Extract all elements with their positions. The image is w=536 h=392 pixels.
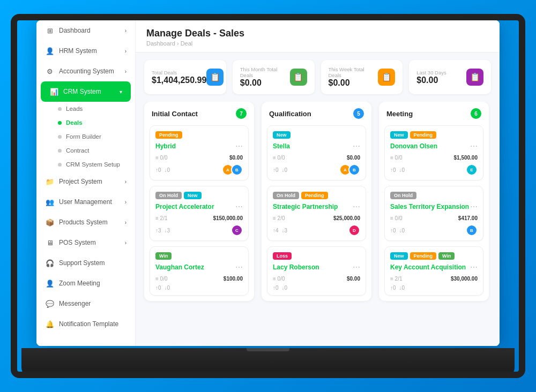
card-menu-button[interactable]: ⋯: [353, 202, 360, 211]
chevron-icon: ›: [125, 69, 126, 74]
card-tags: Loss: [273, 252, 360, 260]
sidebar-item-label: Dashboard: [59, 27, 91, 34]
member-up: ↑0: [273, 285, 279, 291]
sidebar-sub-item-crm-setup[interactable]: CRM System Setup: [36, 157, 135, 171]
sidebar-item-support[interactable]: 🎧 Support System: [36, 253, 135, 273]
card-title[interactable]: Sales Territory Expansion: [390, 203, 469, 210]
sidebar-item-products[interactable]: 📦 Products System ›: [36, 212, 135, 232]
products-icon: 📦: [45, 217, 55, 227]
card-title[interactable]: Donovan Olsen: [390, 142, 437, 150]
sidebar-item-crm[interactable]: 📊 CRM System ▾: [41, 81, 131, 102]
col-header-qualification: Qualification 5: [262, 102, 371, 123]
card-title-row: Project Accelerator ⋯: [155, 202, 243, 211]
card-tags: New Pending: [390, 131, 478, 139]
task-count: ≡ 0/0: [390, 215, 403, 221]
tag-pending: Pending: [301, 192, 328, 199]
sidebar-item-label: Products System: [59, 218, 108, 226]
col-count: 5: [353, 108, 364, 119]
task-count: ≡ 0/0: [155, 276, 168, 282]
chevron-icon: ›: [125, 28, 126, 34]
stat-label: Total Deals: [152, 70, 206, 76]
kanban-col-meeting: Meeting 6 New Pending Donovan Olsen ⋯: [379, 102, 489, 301]
tag-loss: Loss: [273, 252, 292, 260]
deal-card-vaughan: Win Vaughan Cortez ⋯ ≡ 0/0 $100.00: [150, 246, 249, 296]
sidebar-item-dashboard[interactable]: ⊞ Dashboard ›: [36, 20, 135, 41]
sidebar-sub-item-contract[interactable]: Contract: [36, 144, 135, 157]
dot-icon: [58, 149, 62, 153]
card-menu-button[interactable]: ⋯: [470, 142, 478, 150]
kanban-col-initial-contact: Initial Contact 7 Pending Hybrid ⋯: [144, 102, 254, 301]
breadcrumb-sep: ›: [177, 40, 179, 47]
stat-card-week: This Week Total Deals $0.00 📋: [321, 60, 403, 94]
task-count: ≡ 2/0: [273, 215, 285, 221]
card-title[interactable]: Project Accelerator: [155, 203, 214, 210]
main-header: Manage Deals - Sales Dashboard › Deal: [136, 20, 500, 52]
task-count: ≡ 0/0: [155, 155, 168, 161]
tag-win: Win: [438, 252, 455, 260]
amount: $1,500.00: [454, 155, 478, 161]
card-title[interactable]: Strategic Partnership: [273, 203, 338, 210]
card-title[interactable]: Lacy Roberson: [273, 263, 319, 271]
card-users: ↑0 ↓0: [390, 167, 405, 173]
card-bottom: ↑0 ↓0: [390, 285, 478, 291]
sidebar-item-messenger[interactable]: 💬 Messenger: [36, 293, 135, 314]
card-title[interactable]: Hybrid: [155, 142, 176, 150]
card-menu-button[interactable]: ⋯: [235, 142, 243, 150]
member-down: ↓3: [165, 228, 170, 233]
card-tags: On Hold New: [155, 192, 243, 199]
card-users: ↑4 ↓3: [273, 228, 287, 233]
card-menu-button[interactable]: ⋯: [353, 142, 360, 150]
breadcrumb-home[interactable]: Dashboard: [146, 40, 175, 47]
sidebar-item-zoom[interactable]: 👤 Zoom Meeting: [36, 273, 135, 293]
sidebar-item-project[interactable]: 📁 Project System ›: [36, 171, 135, 192]
sidebar-sub-item-leads[interactable]: Leads: [36, 102, 135, 116]
card-menu-button[interactable]: ⋯: [470, 263, 478, 272]
member-down: ↓3: [282, 228, 288, 233]
sidebar-item-usermgmt[interactable]: 👥 User Management ›: [36, 192, 135, 212]
avatar-group: C: [231, 224, 243, 236]
card-bottom: ↑0 ↓0 A B: [155, 164, 243, 176]
deal-card-sales-territory: On Hold Sales Territory Expansion ⋯ ≡ 0/…: [384, 186, 483, 241]
dot-icon: [58, 135, 62, 139]
card-users: ↑0 ↓0: [273, 285, 287, 291]
card-meta: ≡ 0/0 $1,500.00: [390, 155, 478, 161]
dashboard-icon: ⊞: [45, 26, 55, 35]
sidebar-item-accounting[interactable]: ⚙ Accounting System ›: [36, 61, 135, 81]
dot-icon: [58, 107, 62, 111]
project-icon: 📁: [45, 177, 55, 186]
member-down: ↓0: [399, 228, 405, 233]
sidebar-sub-label: Contract: [66, 147, 89, 154]
amount: $417.00: [458, 215, 478, 221]
card-menu-button[interactable]: ⋯: [470, 202, 478, 211]
stat-label: Last 30 Days: [416, 70, 446, 76]
card-menu-button[interactable]: ⋯: [235, 202, 243, 211]
card-title[interactable]: Key Account Acquisition: [390, 263, 466, 271]
card-title[interactable]: Vaughan Cortez: [155, 263, 204, 271]
laptop-wrapper: ⊞ Dashboard › 👤 HRM System › ⚙ Accountin…: [11, 14, 525, 378]
card-bottom: ↑0 ↓0 A B: [273, 164, 360, 176]
sidebar-item-hrm[interactable]: 👤 HRM System ›: [36, 41, 135, 61]
card-users: ↑0 ↓0: [155, 167, 170, 173]
card-users: ↑0 ↓0: [390, 285, 405, 291]
main-content: Manage Deals - Sales Dashboard › Deal To…: [136, 20, 500, 346]
laptop-base: [21, 348, 515, 378]
card-menu-button[interactable]: ⋯: [235, 263, 243, 272]
tag-onhold: On Hold: [273, 192, 299, 199]
card-users: ↑0 ↓0: [273, 167, 287, 173]
sidebar-item-pos[interactable]: 🖥 POS System ›: [36, 232, 135, 253]
amount: $0.00: [347, 276, 360, 282]
sidebar-sub-label: Form Builder: [66, 133, 101, 140]
col-title: Initial Contact: [152, 110, 198, 118]
sidebar-sub-item-formbuilder[interactable]: Form Builder: [36, 130, 135, 144]
card-title[interactable]: Stella: [273, 142, 290, 150]
sidebar-sub-label: CRM System Setup: [66, 161, 120, 168]
support-icon: 🎧: [45, 258, 55, 268]
tag-pending: Pending: [410, 131, 437, 139]
sidebar-sub-item-deals[interactable]: Deals: [36, 116, 135, 130]
tag-onhold: On Hold: [390, 192, 416, 199]
sidebar-item-notification[interactable]: 🔔 Notification Template: [36, 314, 135, 334]
card-menu-button[interactable]: ⋯: [353, 263, 360, 272]
laptop-screen: ⊞ Dashboard › 👤 HRM System › ⚙ Accountin…: [36, 20, 500, 346]
sidebar-item-label: Notification Template: [59, 320, 118, 328]
stat-info: Last 30 Days $0.00: [416, 70, 446, 85]
